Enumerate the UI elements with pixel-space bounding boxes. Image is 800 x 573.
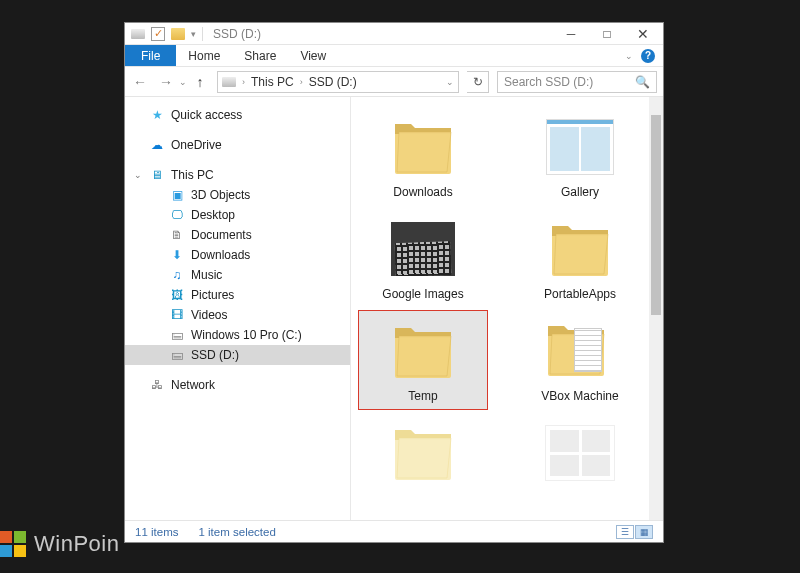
drive-icon: 🖴 — [169, 327, 185, 343]
desktop-icon: 🖵 — [169, 207, 185, 223]
breadcrumb-ssd[interactable]: SSD (D:) — [309, 75, 357, 89]
close-button[interactable]: ✕ — [625, 23, 661, 45]
folder-item[interactable] — [516, 413, 644, 497]
chevron-right-icon: › — [300, 77, 303, 87]
ribbon: File Home Share View ⌄ ? — [125, 45, 663, 67]
folder-item[interactable]: Gallery — [516, 107, 644, 205]
item-label: PortableApps — [544, 287, 616, 301]
nav-label: Quick access — [171, 108, 242, 122]
selection-count: 1 item selected — [198, 526, 275, 538]
nav-desktop[interactable]: 🖵 Desktop — [125, 205, 350, 225]
nav-drive-d[interactable]: 🖴 SSD (D:) — [125, 345, 350, 365]
nav-documents[interactable]: 🗎 Documents — [125, 225, 350, 245]
nav-3d-objects[interactable]: ▣ 3D Objects — [125, 185, 350, 205]
search-icon: 🔍 — [635, 75, 650, 89]
navigation-pane: ★ Quick access ☁ OneDrive ⌄ 🖥 This PC ▣ … — [125, 97, 351, 520]
nav-music[interactable]: ♫ Music — [125, 265, 350, 285]
download-icon: ⬇ — [169, 247, 185, 263]
folder-icon — [540, 317, 620, 385]
folder-icon — [383, 317, 463, 385]
folder-item[interactable]: PortableApps — [516, 209, 644, 307]
navigation-bar: ← → ⌄ ↑ › This PC › SSD (D:) ⌄ ↻ Search … — [125, 67, 663, 97]
nav-label: Music — [191, 268, 222, 282]
forward-button[interactable]: → — [157, 74, 175, 90]
nav-onedrive[interactable]: ☁ OneDrive — [125, 135, 350, 155]
window-controls: ─ □ ✕ — [553, 23, 661, 45]
back-button[interactable]: ← — [131, 74, 149, 90]
tab-file[interactable]: File — [125, 45, 176, 66]
items-view[interactable]: Downloads Gallery Google Images Portable… — [351, 97, 663, 520]
maximize-button[interactable]: □ — [589, 23, 625, 45]
cube-icon: ▣ — [169, 187, 185, 203]
separator — [202, 27, 203, 41]
nav-label: This PC — [171, 168, 214, 182]
address-bar[interactable]: › This PC › SSD (D:) ⌄ — [217, 71, 459, 93]
tab-view[interactable]: View — [288, 45, 338, 66]
folder-icon — [540, 113, 620, 181]
nav-label: Network — [171, 378, 215, 392]
properties-icon[interactable]: ✓ — [151, 27, 165, 41]
folder-item[interactable]: VBox Machine — [516, 311, 644, 409]
folder-icon — [540, 215, 620, 283]
document-icon: 🗎 — [169, 227, 185, 243]
folder-icon — [383, 113, 463, 181]
nav-pictures[interactable]: 🖼 Pictures — [125, 285, 350, 305]
drive-icon — [131, 29, 145, 39]
nav-label: SSD (D:) — [191, 348, 239, 362]
nav-quick-access[interactable]: ★ Quick access — [125, 105, 350, 125]
search-input[interactable]: Search SSD (D:) 🔍 — [497, 71, 657, 93]
details-view-button[interactable]: ☰ — [616, 525, 634, 539]
windows-logo-icon — [0, 531, 26, 557]
history-dropdown-icon[interactable]: ⌄ — [179, 77, 187, 87]
quick-access-toolbar: ✓ ▾ — [127, 27, 203, 41]
item-label: Downloads — [393, 185, 452, 199]
content-area: Downloads Gallery Google Images Portable… — [351, 97, 663, 520]
tab-home[interactable]: Home — [176, 45, 232, 66]
expand-ribbon-icon[interactable]: ⌄ — [625, 51, 633, 61]
folder-item[interactable]: Google Images — [359, 209, 487, 307]
folder-icon — [171, 28, 185, 40]
icons-view-button[interactable]: ▦ — [635, 525, 653, 539]
music-icon: ♫ — [169, 267, 185, 283]
item-label: VBox Machine — [541, 389, 618, 403]
nav-this-pc[interactable]: ⌄ 🖥 This PC — [125, 165, 350, 185]
nav-network[interactable]: 🖧 Network — [125, 375, 350, 395]
vertical-scrollbar[interactable] — [649, 97, 663, 520]
nav-label: Videos — [191, 308, 227, 322]
folder-icon — [540, 419, 620, 487]
nav-videos[interactable]: 🎞 Videos — [125, 305, 350, 325]
folder-icon — [383, 419, 463, 487]
nav-label: Downloads — [191, 248, 250, 262]
picture-icon: 🖼 — [169, 287, 185, 303]
breadcrumb-this-pc[interactable]: This PC — [251, 75, 294, 89]
window-title: SSD (D:) — [213, 27, 261, 41]
nav-drive-c[interactable]: 🖴 Windows 10 Pro (C:) — [125, 325, 350, 345]
statusbar: 11 items 1 item selected ☰ ▦ — [125, 520, 663, 542]
up-button[interactable]: ↑ — [191, 74, 209, 90]
drive-icon: 🖴 — [169, 347, 185, 363]
nav-downloads[interactable]: ⬇ Downloads — [125, 245, 350, 265]
item-count: 11 items — [135, 526, 178, 538]
nav-label: 3D Objects — [191, 188, 250, 202]
refresh-button[interactable]: ↻ — [467, 71, 489, 93]
folder-item[interactable] — [359, 413, 487, 497]
watermark: WinPoin — [0, 531, 119, 557]
tab-share[interactable]: Share — [232, 45, 288, 66]
nav-label: Pictures — [191, 288, 234, 302]
watermark-text: WinPoin — [34, 531, 119, 557]
item-label: Temp — [408, 389, 437, 403]
explorer-window: ✓ ▾ SSD (D:) ─ □ ✕ File Home Share View … — [124, 22, 664, 543]
cloud-icon: ☁ — [149, 137, 165, 153]
help-icon[interactable]: ? — [641, 49, 655, 63]
qat-dropdown-icon[interactable]: ▾ — [191, 29, 196, 39]
chevron-right-icon: › — [242, 77, 245, 87]
scrollbar-thumb[interactable] — [651, 115, 661, 315]
network-icon: 🖧 — [149, 377, 165, 393]
drive-icon — [222, 77, 236, 87]
minimize-button[interactable]: ─ — [553, 23, 589, 45]
folder-item[interactable]: Downloads — [359, 107, 487, 205]
folder-item[interactable]: Temp — [359, 311, 487, 409]
collapse-icon[interactable]: ⌄ — [133, 170, 143, 180]
address-dropdown-icon[interactable]: ⌄ — [446, 77, 454, 87]
view-switcher: ☰ ▦ — [616, 525, 653, 539]
